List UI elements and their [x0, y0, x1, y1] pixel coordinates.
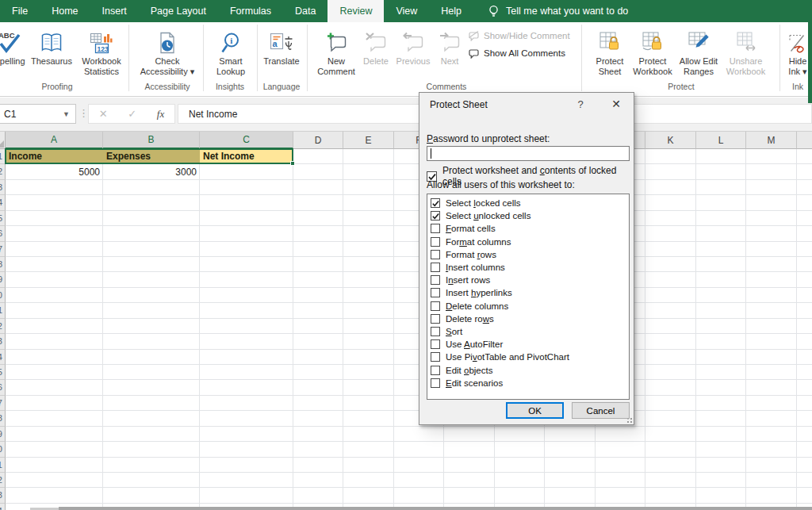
permission-item-1[interactable]: Select unlocked cells — [427, 209, 629, 222]
column-header-E[interactable]: E — [343, 132, 394, 149]
column-header-L[interactable]: L — [696, 132, 746, 149]
permission-checkbox-4[interactable] — [431, 250, 440, 259]
permission-item-12[interactable]: Use PivotTable and PivotChart — [427, 351, 629, 363]
password-input[interactable] — [427, 146, 630, 161]
permission-item-7[interactable]: Insert hyperlinks — [427, 286, 629, 299]
ok-button[interactable]: OK — [506, 402, 564, 419]
row-header-3[interactable]: 3 — [0, 180, 6, 195]
cell-A1[interactable]: Income — [6, 149, 103, 163]
tab-view[interactable]: View — [384, 0, 429, 22]
permission-checkbox-9[interactable] — [431, 314, 440, 324]
permission-checkbox-14[interactable] — [431, 378, 440, 388]
tab-home[interactable]: Home — [40, 0, 90, 22]
permission-item-9[interactable]: Delete rows — [427, 313, 629, 325]
permission-item-6[interactable]: Insert rows — [427, 274, 629, 286]
row-header-7[interactable]: 7 — [0, 242, 6, 257]
permission-item-8[interactable]: Delete columns — [427, 300, 629, 313]
column-header-C[interactable]: C — [200, 132, 293, 149]
tab-page-layout[interactable]: Page Layout — [139, 0, 218, 22]
cell-B1[interactable]: Expenses — [103, 149, 200, 163]
dialog-close-icon[interactable]: ✕ — [608, 98, 624, 110]
smart-lookup-button[interactable]: i Smart Lookup — [207, 25, 255, 86]
row-header-4[interactable]: 4 — [0, 195, 6, 210]
row-header-5[interactable]: 5 — [0, 211, 6, 226]
translate-button[interactable]: a Translate — [259, 25, 304, 86]
name-box[interactable]: C1 ▼ — [0, 104, 76, 124]
row-header-12[interactable]: 12 — [0, 319, 6, 334]
dialog-resize-grip[interactable] — [624, 415, 632, 423]
row-header-18[interactable]: 18 — [0, 411, 6, 426]
tab-help[interactable]: Help — [429, 0, 473, 22]
allow-edit-ranges-button[interactable]: Allow Edit Ranges — [673, 25, 724, 86]
column-header-M[interactable]: M — [746, 132, 797, 149]
thesaurus-button[interactable]: Thesaurus — [26, 25, 77, 86]
column-header-B[interactable]: B — [103, 132, 200, 149]
row-header-16[interactable]: 16 — [0, 380, 6, 395]
row-header-6[interactable]: 6 — [0, 226, 6, 241]
select-all-corner[interactable] — [0, 132, 6, 149]
permission-checkbox-2[interactable] — [431, 224, 440, 233]
permission-item-5[interactable]: Insert columns — [427, 261, 629, 274]
insert-function-icon[interactable]: fx — [157, 108, 164, 121]
dialog-help-button[interactable]: ? — [573, 98, 588, 110]
row-header-1[interactable]: 1 — [0, 149, 6, 164]
protect-sheet-button[interactable]: Protect Sheet — [588, 25, 632, 86]
row-header-24[interactable]: 24 — [0, 504, 6, 510]
permission-checkbox-3[interactable] — [431, 237, 440, 247]
permission-item-3[interactable]: Format columns — [427, 236, 629, 248]
workbook-statistics-button[interactable]: 123 Workbook Statistics — [76, 25, 127, 86]
column-header-N[interactable]: N — [797, 132, 812, 149]
row-header-9[interactable]: 9 — [0, 272, 6, 287]
column-header-D[interactable]: D — [293, 132, 343, 149]
fill-handle[interactable] — [290, 161, 295, 166]
dialog-titlebar[interactable]: Protect Sheet ? ✕ — [419, 93, 634, 117]
row-header-8[interactable]: 8 — [0, 257, 6, 272]
name-box-dropdown-icon[interactable]: ▼ — [63, 110, 70, 118]
row-header-23[interactable]: 23 — [0, 488, 6, 503]
row-header-13[interactable]: 13 — [0, 334, 6, 349]
permission-checkbox-10[interactable] — [431, 327, 440, 336]
new-comment-button[interactable]: New Comment — [313, 25, 359, 86]
permission-item-11[interactable]: Use AutoFilter — [427, 338, 629, 351]
permission-item-0[interactable]: Select locked cells — [427, 197, 629, 209]
permission-checkbox-5[interactable] — [431, 263, 440, 272]
tab-formulas[interactable]: Formulas — [218, 0, 283, 22]
row-header-11[interactable]: 11 — [0, 303, 6, 318]
cell-A2[interactable]: 5000 — [6, 164, 103, 178]
protect-workbook-button[interactable]: Protect Workbook — [631, 25, 674, 86]
check-accessibility-button[interactable]: Check Accessibility ▾ — [132, 25, 202, 86]
permission-item-2[interactable]: Format cells — [427, 222, 629, 235]
tab-file[interactable]: File — [0, 0, 40, 22]
column-header-K[interactable]: K — [645, 132, 696, 149]
permission-checkbox-7[interactable] — [431, 288, 440, 297]
permissions-listbox[interactable]: Select locked cellsSelect unlocked cells… — [427, 194, 630, 400]
row-header-2[interactable]: 2 — [0, 164, 6, 179]
permission-checkbox-8[interactable] — [431, 301, 440, 311]
permission-item-4[interactable]: Format rows — [427, 248, 629, 261]
permission-checkbox-0[interactable] — [431, 198, 440, 208]
row-header-21[interactable]: 21 — [0, 458, 6, 473]
row-header-15[interactable]: 15 — [0, 365, 6, 380]
tab-data[interactable]: Data — [283, 0, 327, 22]
worksheet[interactable]: ABCDEFGHIJKLMN 1234567891011121314151617… — [0, 132, 812, 510]
row-header-22[interactable]: 22 — [0, 473, 6, 488]
row-header-17[interactable]: 17 — [0, 396, 6, 411]
tab-insert[interactable]: Insert — [90, 0, 139, 22]
permission-checkbox-1[interactable] — [431, 211, 440, 220]
cancel-button[interactable]: Cancel — [572, 402, 630, 419]
horizontal-scrollbar-edge[interactable] — [59, 507, 812, 510]
permission-checkbox-6[interactable] — [431, 275, 440, 285]
show-all-comments-button[interactable]: Show All Comments — [468, 48, 565, 59]
permission-item-14[interactable]: Edit scenarios — [427, 377, 629, 389]
row-header-14[interactable]: 14 — [0, 350, 6, 365]
permission-checkbox-12[interactable] — [431, 352, 440, 362]
tell-me-box[interactable]: Tell me what you want to do — [473, 0, 628, 22]
permission-item-10[interactable]: Sort — [427, 325, 629, 338]
tab-review[interactable]: Review — [327, 0, 384, 22]
row-header-20[interactable]: 20 — [0, 442, 6, 457]
permission-checkbox-11[interactable] — [431, 339, 440, 349]
row-header-19[interactable]: 19 — [0, 427, 6, 442]
cell-C1[interactable]: Net Income — [200, 149, 293, 163]
permission-item-13[interactable]: Edit objects — [427, 363, 629, 376]
cell-B2[interactable]: 3000 — [103, 164, 200, 178]
